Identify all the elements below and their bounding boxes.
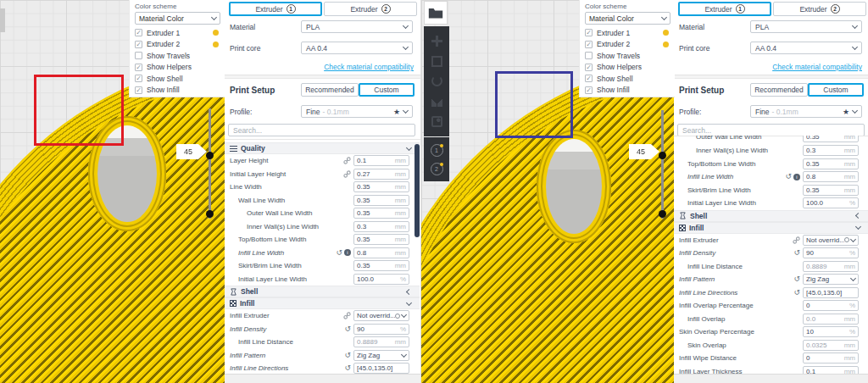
setting-extruder-dropdown[interactable]: Not overrid... [353,310,409,321]
tab-extruder-2[interactable]: Extruder 2 [773,2,866,16]
setting-value-field[interactable]: 0.0mm [803,314,859,325]
visibility-item-show-infill[interactable]: ✓Show Infill [585,85,670,97]
setting-value-field[interactable]: 0.8889mm [353,336,409,347]
profile-dropdown[interactable]: Fine - 0.1mm ★ [750,105,862,118]
setting-value-field[interactable]: 0.3mm [803,145,859,156]
setting-value-field[interactable]: 0.1mm [353,155,409,166]
checkbox[interactable]: ✓ [135,75,142,82]
check-material-compatibility-link[interactable]: Check material compatibility [772,63,862,71]
section-header-shell[interactable]: Shell [674,210,868,222]
favorite-star-icon[interactable]: ★ [843,108,849,116]
setting-value-field[interactable]: 0.8mm [803,171,859,182]
tab-extruder-1[interactable]: Extruder 1 [229,2,322,16]
checkbox[interactable]: ✓ [135,86,142,94]
setting-value-field[interactable]: [45.0,135.0] [353,363,409,374]
color-scheme-dropdown[interactable]: Material Color [585,12,670,25]
custom-button[interactable]: Custom [359,83,415,97]
visibility-item-show-infill[interactable]: ✓Show Infill [135,85,220,97]
setting-value-field[interactable]: 0.35mm [353,234,409,245]
settings-search-input[interactable] [228,124,415,136]
checkbox[interactable] [585,52,593,59]
setting-value-field[interactable]: 0.35mm [353,208,409,219]
setting-value-field[interactable]: 10% [803,326,859,337]
setting-value-field[interactable]: 0.35mm [353,260,409,271]
visibility-item-show-travels[interactable]: Show Travels [135,50,220,62]
mirror-tool-icon[interactable] [431,96,442,107]
settings-scrollbar[interactable] [415,144,420,237]
setting-value-field[interactable]: 100.0% [803,197,859,208]
section-header-infill[interactable]: Infill [674,222,868,234]
right-layer-slider-handle[interactable] [659,152,666,159]
checkbox[interactable]: ✓ [135,41,142,48]
revert-icon[interactable]: ↺ [785,173,792,180]
visibility-item-extruder-2[interactable]: ✓Extruder 2 [135,39,220,51]
checkbox[interactable] [135,52,142,59]
checkbox[interactable]: ✓ [135,64,142,71]
setting-value-field[interactable]: 0.27mm [353,169,409,180]
favorite-star-icon[interactable]: ★ [393,108,400,116]
visibility-item-show-shell[interactable]: ✓Show Shell [585,73,670,85]
section-header-infill[interactable]: Infill [225,297,420,309]
toolbar-extruder-1-button[interactable]: 1 [431,144,443,157]
setting-value-field[interactable]: 0.3mm [353,221,409,232]
visibility-item-show-travels[interactable]: Show Travels [585,50,670,62]
revert-icon[interactable]: ↺ [344,325,351,333]
recommended-button[interactable]: Recommended [301,83,359,97]
open-file-button[interactable] [424,1,448,25]
setting-value-field[interactable]: 0.8mm [353,247,409,258]
setting-dropdown[interactable]: Zig Zag [803,274,859,285]
checkbox[interactable]: ✓ [135,29,142,36]
revert-icon[interactable]: ↺ [793,275,800,283]
tab-extruder-1[interactable]: Extruder 1 [678,2,771,16]
revert-icon[interactable]: ↺ [344,364,351,372]
setting-value-field[interactable]: 90% [803,247,859,258]
left-layer-slider-track[interactable] [209,108,211,219]
visibility-item-show-shell[interactable]: ✓Show Shell [135,73,220,85]
revert-icon[interactable]: ↺ [793,289,800,297]
left-layer-slider-bottom-handle[interactable] [206,210,214,218]
revert-icon[interactable]: ↺ [336,249,342,257]
visibility-item-show-helpers[interactable]: ✓Show Helpers [585,62,670,74]
right-layer-slider-bottom-handle[interactable] [659,210,666,218]
visibility-item-show-helpers[interactable]: ✓Show Helpers [135,62,220,74]
custom-button[interactable]: Custom [808,83,864,97]
color-scheme-dropdown[interactable]: Material Color [135,12,220,25]
scale-tool-icon[interactable] [431,56,442,67]
visibility-item-extruder-1[interactable]: ✓Extruder 1 [135,27,220,39]
printcore-dropdown[interactable]: AA 0.4 [750,42,862,54]
checkbox[interactable]: ✓ [585,86,593,94]
checkbox[interactable]: ✓ [585,29,593,36]
visibility-item-extruder-2[interactable]: ✓Extruder 2 [585,39,670,51]
rotate-tool-icon[interactable] [431,75,442,86]
printcore-dropdown[interactable]: AA 0.4 [301,42,413,54]
setting-extruder-dropdown[interactable]: Not overrid... [803,235,859,246]
revert-icon[interactable]: ↺ [344,352,351,359]
section-header-shell[interactable]: Shell [225,286,420,297]
profile-dropdown[interactable]: Fine - 0.1mm ★ [301,105,413,118]
move-tool-icon[interactable] [431,36,442,47]
left-layer-slider-handle[interactable] [206,152,214,159]
setting-value-field[interactable]: 0.35mm [803,185,859,196]
settings-search-input[interactable] [677,124,865,136]
setting-value-field[interactable]: 90% [353,324,409,335]
setting-value-field[interactable]: [45.0,135.0] [803,287,859,298]
material-dropdown[interactable]: PLA [750,20,862,33]
setting-value-field[interactable]: 0.8889mm [803,261,859,272]
setting-value-field[interactable]: 100.0% [353,274,409,285]
setting-value-field[interactable]: 0% [803,300,859,311]
setting-value-field[interactable]: 0mm [803,352,859,364]
section-header-quality[interactable]: Quality [225,142,420,154]
setting-value-field[interactable]: 0.0325mm [803,340,859,351]
setting-value-field[interactable]: 0.35mm [353,195,409,206]
setting-value-field[interactable]: 0.35mm [353,181,409,192]
checkbox[interactable]: ✓ [585,64,593,71]
visibility-item-extruder-1[interactable]: ✓Extruder 1 [585,27,670,39]
tab-extruder-2[interactable]: Extruder 2 [324,2,417,16]
setting-dropdown[interactable]: Zig Zag [353,350,409,361]
info-icon[interactable]: i [344,249,351,256]
setting-value-field[interactable]: 0.35mm [803,136,859,142]
recommended-button[interactable]: Recommended [750,83,808,97]
check-material-compatibility-link[interactable]: Check material compatibility [324,63,414,71]
setting-value-field[interactable]: 0.35mm [803,158,859,169]
material-dropdown[interactable]: PLA [301,20,413,33]
